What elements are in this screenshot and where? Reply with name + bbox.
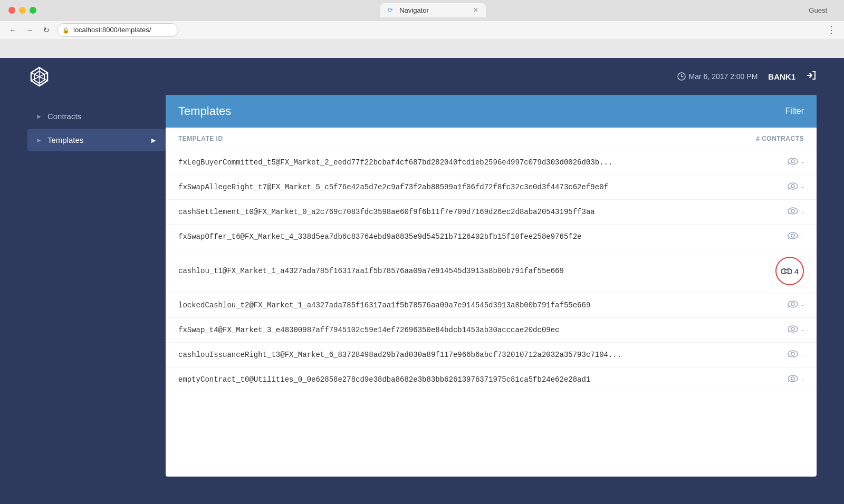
back-button[interactable]: ← <box>6 24 19 36</box>
table-row[interactable]: cashSettlement_t0@FX_Market_0_a2c769c708… <box>166 200 817 225</box>
svg-point-16 <box>791 209 794 212</box>
row-contracts: - <box>741 350 804 360</box>
contracts-count: - <box>801 375 804 384</box>
table-row[interactable]: fxSwap_t4@FX_Market_3_e48300987aff794510… <box>166 318 817 343</box>
minimize-button[interactable] <box>19 7 26 14</box>
url-input[interactable] <box>57 23 178 37</box>
sidebar-item-label: Templates <box>47 135 83 144</box>
tab-icon: ⟳ <box>388 6 395 14</box>
svg-line-23 <box>788 306 790 307</box>
table-row-highlighted[interactable]: cashlou_t1@FX_Market_1_a4327ada785f16317… <box>166 249 817 293</box>
row-contracts-highlighted: 4 <box>741 257 804 285</box>
reload-button[interactable]: ↻ <box>40 24 53 36</box>
svg-point-25 <box>791 327 794 331</box>
svg-point-22 <box>791 303 794 306</box>
row-template-id: cashlou_t1@FX_Market_1_a4327ada785f16317… <box>178 267 741 275</box>
more-options-button[interactable]: ⋮ <box>825 24 838 36</box>
chevron-icon: ► <box>36 137 42 144</box>
table-row[interactable]: fxSwapAllegeRight_t7@FX_Market_5_c5f76e4… <box>166 175 817 200</box>
row-template-id: fxSwap_t4@FX_Market_3_e48300987aff794510… <box>178 326 741 334</box>
row-template-id: cashSettlement_t0@FX_Market_0_a2c769c708… <box>178 208 741 216</box>
row-template-id: lockedCashlou_t2@FX_Market_1_a4327ada785… <box>178 301 741 309</box>
contracts-count: - <box>801 326 804 334</box>
view-icon[interactable] <box>788 350 798 360</box>
row-contracts: - <box>741 158 804 167</box>
col-template-id: TEMPLATE ID <box>178 135 741 142</box>
close-tab-button[interactable]: ✕ <box>473 6 478 14</box>
svg-line-29 <box>788 355 790 357</box>
view-icon[interactable] <box>788 325 798 335</box>
os-chrome: ⟳ Navigator ✕ Guest ← → ↻ 🔒 ⋮ <box>0 0 844 58</box>
chevron-icon: ► <box>36 113 42 120</box>
title-bar: ⟳ Navigator ✕ Guest <box>0 0 844 20</box>
traffic-lights <box>8 7 36 14</box>
svg-point-13 <box>791 185 794 188</box>
address-bar: ← → ↻ 🔒 ⋮ <box>0 20 844 39</box>
row-contracts: - <box>741 207 804 217</box>
contracts-count: - <box>801 183 804 191</box>
row-contracts: - <box>741 325 804 335</box>
contracts-count-value: 4 <box>794 267 799 276</box>
forward-button[interactable]: → <box>23 24 36 36</box>
logo-area <box>27 65 51 89</box>
svg-line-17 <box>788 212 790 214</box>
browser-tab[interactable]: ⟳ Navigator ✕ <box>380 3 486 17</box>
view-icon[interactable] <box>788 232 798 241</box>
row-contracts: - <box>741 232 804 241</box>
col-contracts: # CONTRACTS <box>741 135 804 142</box>
clock-icon <box>677 72 686 81</box>
table-row[interactable]: lockedCashlou_t2@FX_Market_1_a4327ada785… <box>166 293 817 318</box>
svg-line-26 <box>788 331 790 332</box>
table-container[interactable]: TEMPLATE ID # CONTRACTS fxLegBuyerCommit… <box>166 128 817 477</box>
header-right: Mar 6, 2017 2:00 PM BANK1 <box>677 70 817 83</box>
svg-line-32 <box>788 380 790 382</box>
guest-label: Guest <box>809 6 827 14</box>
row-template-id: fxSwapOffer_t6@FX_Market_4_338d5ea7db6c8… <box>178 232 741 241</box>
lock-icon: 🔒 <box>62 26 70 33</box>
svg-line-11 <box>788 163 790 164</box>
view-icon[interactable] <box>788 158 798 167</box>
app-logo <box>27 65 51 89</box>
app-header: Mar 6, 2017 2:00 PM BANK1 <box>27 58 817 95</box>
main-content: Templates Filter TEMPLATE ID # CONTRACTS… <box>166 95 817 477</box>
bank-label: BANK1 <box>768 72 795 81</box>
contracts-count: - <box>801 232 804 241</box>
logout-icon[interactable] <box>806 70 817 83</box>
svg-line-20 <box>788 237 790 239</box>
row-contracts: - <box>741 301 804 310</box>
datetime-label: Mar 6, 2017 2:00 PM <box>689 72 758 81</box>
view-icon[interactable] <box>788 182 798 192</box>
view-icon[interactable] <box>788 301 798 310</box>
table-row[interactable]: fxLegBuyerCommitted_t5@FX_Market_2_eedd7… <box>166 150 817 175</box>
maximize-button[interactable] <box>30 7 36 14</box>
contracts-count: - <box>801 301 804 309</box>
svg-line-14 <box>788 188 790 189</box>
row-template-id: emptyContract_t0@Utilities_0_0e62858e278… <box>178 375 741 384</box>
row-template-id: fxLegBuyerCommitted_t5@FX_Market_2_eedd7… <box>178 158 741 167</box>
row-template-id: cashlouIssuanceRight_t3@FX_Market_6_8372… <box>178 351 741 359</box>
table-row[interactable]: fxSwapOffer_t6@FX_Market_4_338d5ea7db6c8… <box>166 225 817 249</box>
url-container: 🔒 <box>57 23 821 37</box>
svg-point-19 <box>791 234 794 237</box>
sidebar-item-templates[interactable]: ► Templates ► <box>27 129 166 151</box>
sidebar-item-label: Contracts <box>47 112 81 121</box>
clock-area: Mar 6, 2017 2:00 PM <box>677 72 758 81</box>
view-icon[interactable] <box>788 375 798 384</box>
view-icon[interactable] <box>788 207 798 217</box>
filter-button[interactable]: Filter <box>785 106 804 116</box>
table-row[interactable]: emptyContract_t0@Utilities_0_0e62858e278… <box>166 367 817 392</box>
sidebar: ► Contracts ► Templates ► <box>27 95 166 477</box>
main-layout: ► Contracts ► Templates ► Templates Filt… <box>27 95 817 477</box>
row-contracts: - <box>741 375 804 384</box>
chevron-right-icon: ► <box>150 136 157 144</box>
table-row[interactable]: cashlouIssuanceRight_t3@FX_Market_6_8372… <box>166 343 817 367</box>
app-container: Mar 6, 2017 2:00 PM BANK1 ► Contracts ► … <box>0 58 844 504</box>
row-template-id: fxSwapAllegeRight_t7@FX_Market_5_c5f76e4… <box>178 183 741 191</box>
sidebar-item-contracts[interactable]: ► Contracts <box>27 105 166 127</box>
content-title: Templates <box>178 104 231 118</box>
svg-point-10 <box>791 160 794 163</box>
close-button[interactable] <box>8 7 15 14</box>
filter-label: Filter <box>785 106 804 116</box>
contracts-count: - <box>801 351 804 359</box>
handshake-icon <box>781 266 792 276</box>
